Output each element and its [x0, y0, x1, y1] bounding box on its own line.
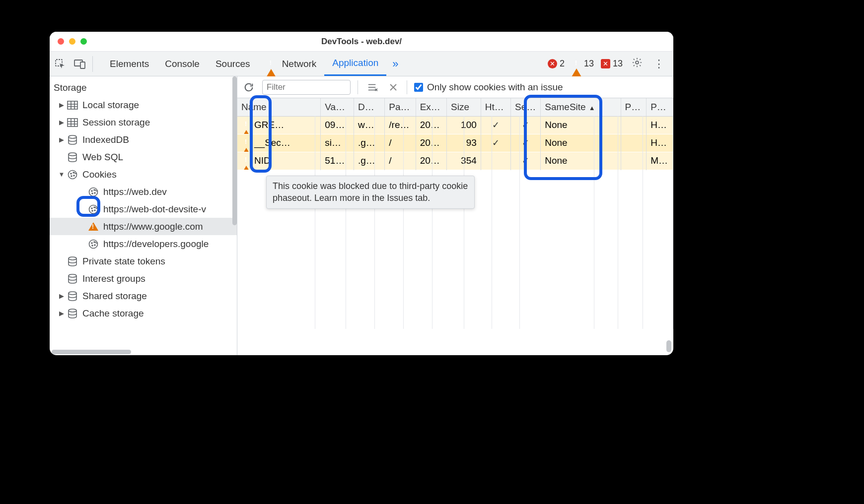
column-header[interactable]: Ht…	[481, 98, 510, 116]
tab-label: Console	[165, 59, 200, 69]
issues-icon: ✕	[601, 59, 610, 68]
sidebar-item[interactable]: ▶IndexedDB	[50, 131, 237, 148]
sidebar-item[interactable]: ▶Session storage	[50, 114, 237, 131]
sidebar-item[interactable]: ▶Private state tokens	[50, 252, 237, 270]
tab-network[interactable]: Network	[258, 52, 325, 76]
clear-all-button[interactable]	[365, 82, 380, 92]
sidebar-item[interactable]: ▸https://developers.google	[50, 235, 237, 252]
cookies-table: NameVa…D…Pa…Ex…SizeHt…Se…SameSite▲P…P… G…	[237, 98, 673, 329]
sidebar-item-label: IndexedDB	[82, 134, 129, 145]
toolbar-divider	[92, 56, 93, 72]
svg-point-16	[94, 192, 95, 193]
column-header[interactable]: SameSite▲	[541, 98, 621, 116]
panel-tabs: Elements Console Sources Network Applica…	[102, 52, 405, 76]
table-icon	[67, 101, 78, 110]
sidebar-item-label: Interest groups	[82, 273, 145, 284]
tab-label: Elements	[110, 59, 149, 69]
column-header[interactable]: Se…	[511, 98, 541, 116]
sidebar-item[interactable]: ▶Shared storage	[50, 287, 237, 305]
issues-count-value: 13	[613, 59, 623, 69]
column-header[interactable]: Name	[237, 98, 321, 116]
warning-count[interactable]: 13	[570, 59, 596, 69]
column-header[interactable]: Va…	[321, 98, 354, 116]
svg-point-24	[91, 243, 92, 244]
refresh-button[interactable]	[242, 81, 255, 94]
svg-point-12	[71, 176, 72, 177]
sidebar-item[interactable]: ▶Cache storage	[50, 305, 237, 322]
warning-icon	[241, 155, 251, 166]
clear-button[interactable]	[387, 83, 400, 92]
table-row[interactable]: __Sec…si….g…/20…93✓✓NoneH…	[237, 134, 673, 152]
cookie-icon	[87, 239, 99, 249]
check-icon: ✓	[492, 120, 500, 130]
warning-icon	[241, 137, 251, 148]
main-vscroll-thumb[interactable]	[666, 340, 671, 352]
cookie-icon	[87, 204, 99, 214]
column-header[interactable]: P…	[621, 98, 647, 116]
table-row[interactable]: GRE…09…w…/re…20…100✓✓NoneH…	[237, 116, 673, 134]
disclosure-arrow-icon[interactable]: ▶	[59, 292, 65, 300]
disclosure-arrow-icon[interactable]: ▶	[59, 101, 65, 109]
issues-count[interactable]: ✕ 13	[599, 59, 625, 69]
svg-rect-5	[68, 119, 77, 126]
disclosure-arrow-icon[interactable]: ▶	[59, 136, 65, 143]
sidebar-item-label: Cookies	[82, 169, 117, 180]
tab-application[interactable]: Application	[324, 52, 386, 76]
cookies-filterbar: Only show cookies with an issue	[237, 76, 673, 98]
warning-icon	[87, 222, 99, 231]
application-sidebar: Storage ▶Local storage▶Session storage▶I…	[50, 76, 237, 355]
sidebar-item[interactable]: ▶Web SQL	[50, 148, 237, 166]
database-icon	[67, 152, 78, 162]
svg-point-23	[89, 240, 98, 248]
sidebar-vscroll-thumb[interactable]	[232, 76, 237, 225]
sidebar-item-label: Shared storage	[82, 291, 147, 302]
sidebar-item[interactable]: ▸https://www.google.com	[50, 218, 237, 235]
warning-icon	[266, 59, 276, 69]
sidebar-item[interactable]: ▸https://web.dev	[50, 183, 237, 200]
device-toggle-icon[interactable]	[74, 59, 85, 69]
column-header[interactable]: Ex…	[416, 98, 446, 116]
disclosure-arrow-icon[interactable]: ▶	[59, 310, 65, 317]
check-icon: ✓	[522, 156, 529, 166]
close-window-button[interactable]	[58, 38, 64, 45]
svg-point-31	[69, 309, 76, 312]
window-controls	[50, 38, 87, 45]
column-header[interactable]: Size	[447, 98, 481, 116]
settings-button[interactable]	[628, 57, 647, 71]
disclosure-arrow-icon[interactable]: ▶	[59, 119, 65, 126]
warning-icon	[572, 59, 581, 69]
svg-point-10	[73, 172, 74, 173]
svg-point-7	[69, 153, 76, 156]
sidebar-item[interactable]: ▼Cookies	[50, 166, 237, 183]
svg-point-15	[94, 189, 95, 190]
sidebar-hscroll-thumb[interactable]	[52, 350, 131, 354]
filter-input[interactable]	[262, 80, 351, 95]
column-header[interactable]: P…	[647, 98, 673, 116]
column-header[interactable]: Pa…	[385, 98, 416, 116]
disclosure-arrow-icon[interactable]: ▼	[59, 171, 65, 178]
more-options-button[interactable]: ⋮	[649, 58, 668, 70]
zoom-window-button[interactable]	[80, 38, 87, 45]
sidebar-item[interactable]: ▸https://web-dot-devsite-v	[50, 200, 237, 218]
svg-point-22	[92, 210, 93, 211]
sidebar-item[interactable]: ▶Interest groups	[50, 270, 237, 287]
svg-point-20	[94, 207, 95, 208]
column-header[interactable]: D…	[354, 98, 384, 116]
tab-sources[interactable]: Sources	[208, 52, 258, 76]
sidebar-item-label: Cache storage	[82, 308, 144, 319]
minimize-window-button[interactable]	[69, 38, 75, 45]
svg-point-17	[92, 193, 93, 194]
cookies-pane: Only show cookies with an issue NameVa…D…	[237, 76, 673, 355]
tab-elements[interactable]: Elements	[102, 52, 157, 76]
only-issues-label: Only show cookies with an issue	[427, 82, 563, 93]
error-count[interactable]: ✕ 2	[546, 59, 567, 69]
svg-point-14	[91, 190, 92, 191]
only-issues-checkbox[interactable]	[414, 83, 423, 92]
table-row[interactable]: NID51….g…/20…354✓NoneM…	[237, 152, 673, 170]
check-icon: ✓	[492, 138, 500, 148]
tab-console[interactable]: Console	[157, 52, 208, 76]
sidebar-item[interactable]: ▶Local storage	[50, 96, 237, 114]
more-tabs-button[interactable]: »	[386, 52, 404, 76]
inspect-element-icon[interactable]	[55, 59, 66, 69]
sidebar-item-label: https://web.dev	[103, 187, 167, 197]
